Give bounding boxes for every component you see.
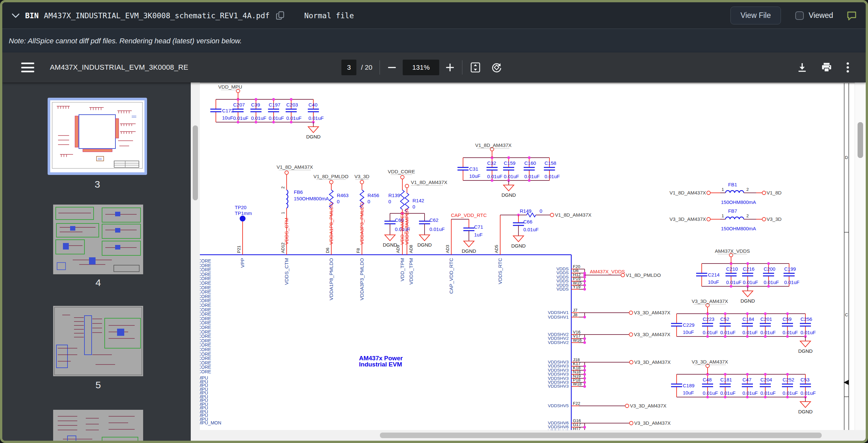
schematic-shape [786, 312, 789, 315]
resistor-value: 0 [540, 208, 542, 214]
cap-ref: C184 [742, 316, 754, 322]
ic-pin-label: VDD_TPM [399, 258, 405, 281]
net-label: V3_3D_AM437X [634, 359, 671, 365]
comment-icon[interactable] [846, 10, 857, 21]
resistor-ref: R142 [412, 198, 424, 203]
thumbnail-page-number[interactable]: 3 [48, 179, 147, 190]
sidebar-toggle-icon[interactable] [21, 63, 34, 72]
schematic-shape [724, 335, 726, 338]
schematic-shape [706, 396, 709, 398]
page-thumbnail-6[interactable] [53, 410, 143, 441]
print-icon[interactable] [821, 62, 833, 73]
schematic-shape [583, 385, 586, 388]
thumbnail-sidebar: 3 [2, 82, 200, 441]
horizontal-scrollbar[interactable] [200, 430, 855, 441]
zoom-in-button[interactable] [445, 63, 455, 72]
zoom-level[interactable]: 131% [403, 60, 439, 75]
pin-number: F8 [356, 248, 361, 253]
cap-ref: C200 [764, 266, 775, 272]
net-label: VDD_MPU [218, 84, 242, 90]
schematic-shape [308, 127, 318, 133]
viewed-checkbox[interactable] [795, 11, 804, 20]
schematic-shape [583, 381, 586, 384]
sidebar-scrollbar-thumb[interactable] [193, 126, 198, 200]
sidebar-scrollbar[interactable] [191, 82, 200, 441]
cap-value: 0.01uF [251, 115, 267, 121]
pin-number: AD5 [494, 245, 499, 253]
schematic-shape [507, 156, 510, 159]
chevron-down-icon[interactable] [11, 12, 21, 19]
thumbnail-page-number[interactable]: 4 [53, 277, 143, 288]
schematic-shape [706, 364, 710, 368]
page-number-input[interactable] [341, 60, 356, 75]
cap-ref: C71 [474, 224, 483, 230]
schematic-shape [583, 377, 586, 380]
cap-ref: C197 [269, 102, 280, 107]
schematic-shape [583, 284, 586, 287]
pin-number: H17 [573, 427, 581, 430]
cap-ref: C204 [761, 377, 772, 382]
net-label: V3_3D [354, 174, 369, 179]
schematic-shape [290, 98, 292, 101]
page-thumbnail-4[interactable] [53, 205, 143, 274]
schematic-shape [767, 285, 770, 287]
vertical-scrollbar-thumb[interactable] [858, 122, 863, 158]
schematic-shape [762, 191, 766, 195]
ic-pin-label: VDDS_TPM [408, 258, 414, 285]
resistor-ref: R149 [520, 208, 531, 214]
testpoint-value: TP1mm [235, 210, 252, 216]
vertical-scrollbar[interactable] [855, 82, 866, 430]
schematic-shape [583, 288, 586, 291]
cap-ref: C160 [524, 160, 536, 166]
file-header-actions: View File Viewed [731, 6, 857, 25]
schematic-shape [287, 190, 288, 208]
copy-icon[interactable] [276, 10, 285, 21]
thumbnail-page-number[interactable]: 5 [53, 379, 143, 390]
cap-ref: C214 [708, 272, 720, 277]
ferrite-ref: FB1 [728, 182, 737, 187]
testpoint-ref: TP20 [235, 205, 247, 210]
cap-value: 0.01uF [524, 174, 540, 179]
more-options-icon[interactable] [845, 62, 850, 73]
ic-pin-label: MPU_MON [200, 420, 221, 425]
schematic-shape [786, 373, 789, 376]
cap-value: 10uF [683, 329, 694, 335]
gnd-label: DGND [741, 298, 755, 304]
viewed-label: Viewed [809, 11, 833, 20]
ic-pin-label: VDDS_RTC [497, 258, 503, 284]
cap-ref: C256 [801, 316, 812, 322]
pin-number: 1 [722, 213, 724, 218]
schematic-shape [237, 89, 240, 93]
ic-pin-label: VDDS [556, 287, 569, 292]
schematic-shape [767, 262, 770, 265]
download-icon[interactable] [797, 62, 808, 73]
app-window: BIN AM437X_INDUSTRIAL_EVM_3K0008_schemat… [0, 0, 868, 443]
fit-page-icon[interactable] [469, 62, 481, 73]
schematic-shape [786, 396, 789, 398]
resistor-ref: R139 [389, 193, 400, 198]
rotate-icon[interactable] [490, 61, 503, 74]
schematic-shape [255, 98, 257, 101]
page-thumbnail-5[interactable] [53, 306, 143, 376]
schematic-shape [730, 253, 733, 257]
schematic-shape [360, 180, 364, 184]
schematic-shape [583, 426, 586, 428]
schematic-shape [706, 304, 710, 307]
pin-number: AD3 [445, 245, 450, 253]
schematic-shape [725, 217, 744, 219]
view-file-button[interactable]: View File [731, 6, 781, 25]
resistor-value: 0 [337, 199, 339, 204]
horizontal-scrollbar-thumb[interactable] [380, 433, 822, 438]
zoom-out-button[interactable] [387, 63, 397, 72]
cap-value: 0.01uF [523, 227, 539, 232]
net-label: V1_8D_PMLDO [626, 272, 661, 278]
ferrite-ref: FB7 [728, 208, 737, 214]
ic-pin-label: VDDA1P8_PMLDO [328, 258, 334, 300]
gnd-label: DGND [798, 409, 812, 414]
cap-value: 0.01uF [761, 330, 776, 335]
schematic-shape [746, 262, 749, 265]
schematic-shape [237, 121, 239, 124]
schematic-shape [800, 402, 811, 408]
page-thumbnail-3[interactable] [48, 98, 147, 175]
schematic-shape [786, 335, 789, 338]
